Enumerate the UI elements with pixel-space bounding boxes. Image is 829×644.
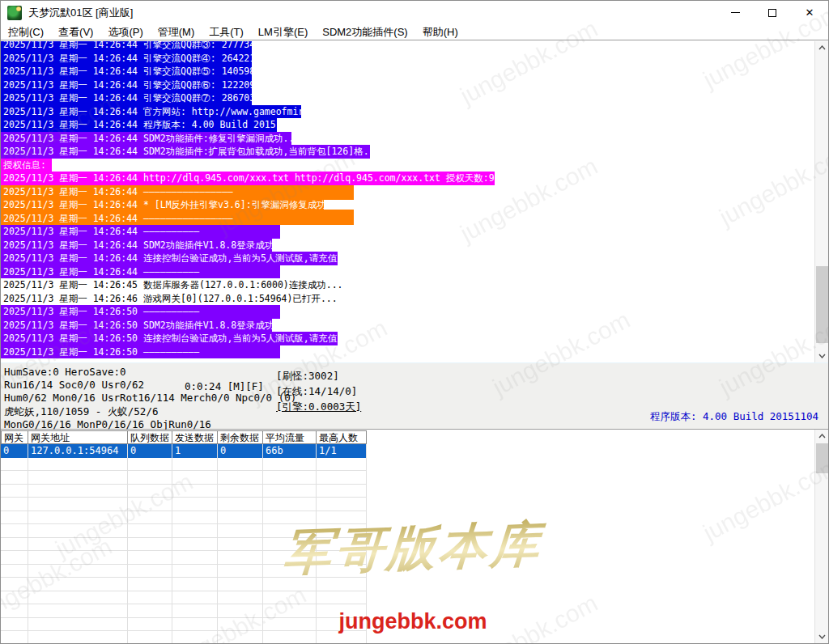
- gateway-table-grid: [1, 458, 367, 643]
- gateway-cell: 0: [1, 444, 28, 458]
- log-row[interactable]: 授权信息:: [1, 159, 814, 172]
- log-row-text: 2025/11/3 星期一 14:26:50 连接控制台验证成功,当前为5人测试…: [1, 332, 338, 345]
- menu-item-4[interactable]: 工具(T): [202, 23, 251, 41]
- gateway-cell: 127.0.0.1:54964: [28, 444, 128, 458]
- column-header-2[interactable]: 队列数据: [128, 430, 172, 444]
- log-row[interactable]: 2025/11/3 星期一 14:26:50 连接控制台验证成功,当前为5人测试…: [1, 332, 814, 345]
- log-row-text: 2025/11/3 星期一 14:26:44 SDM2功能插件:修复引擎漏洞成功…: [1, 132, 291, 146]
- log-row-text: 2025/11/3 星期一 14:26:44 引擎交流QQ群④: 2642219…: [1, 52, 252, 66]
- column-header-5[interactable]: 平均流量: [263, 430, 317, 444]
- log-row-text: 2025/11/3 星期一 14:26:44 连接控制台验证成功,当前为5人测试…: [1, 252, 338, 265]
- column-header-3[interactable]: 发送数据: [172, 430, 218, 444]
- gateway-scrollbar[interactable]: [814, 430, 828, 643]
- log-row[interactable]: 2025/11/3 星期一 14:26:44 引擎交流QQ群⑤: 1405986…: [1, 65, 814, 78]
- gateway-cell: 0: [218, 444, 263, 458]
- column-header-6[interactable]: 最高人数: [317, 430, 367, 444]
- log-row[interactable]: 2025/11/3 星期一 14:26:44 SDM2功能插件:修复引擎漏洞成功…: [1, 132, 814, 146]
- program-version: 程序版本: 4.00 Build 20151104: [650, 410, 818, 424]
- minimize-button[interactable]: [716, 1, 754, 24]
- log-row[interactable]: 2025/11/3 星期一 14:26:44 * [LM反外挂引擎v3.6]:引…: [1, 198, 814, 212]
- grid-vline: [217, 444, 218, 643]
- close-button[interactable]: ✕: [791, 1, 828, 24]
- log-view[interactable]: 2025/11/3 星期一 14:26:44 引擎交流QQ群③: 2777348…: [1, 41, 828, 362]
- grid-vline: [366, 444, 367, 643]
- menu-item-2[interactable]: 选项(P): [100, 23, 150, 41]
- log-row-text: 授权信息:: [1, 159, 52, 172]
- gateway-cell: 0: [128, 444, 172, 458]
- log-row[interactable]: 2025/11/3 星期一 14:26:44 ——————————: [1, 225, 814, 239]
- log-row[interactable]: 2025/11/3 星期一 14:26:44 引擎交流QQ群③: 2777348…: [1, 41, 814, 52]
- column-header-0[interactable]: 网关: [1, 430, 28, 444]
- column-header-1[interactable]: 网关地址: [28, 430, 128, 444]
- minimize-icon: [731, 12, 740, 13]
- log-row[interactable]: 2025/11/3 星期一 14:26:44 SDM2功能插件V1.8.8登录成…: [1, 239, 814, 252]
- log-row[interactable]: 2025/11/3 星期一 14:26:44 引擎交流QQ群⑥: 1222095…: [1, 78, 814, 92]
- scroll-up-icon[interactable]: [815, 41, 828, 54]
- app-icon: [7, 6, 22, 20]
- log-row[interactable]: 2025/11/3 星期一 14:26:44 引擎交流QQ群④: 2642219…: [1, 52, 814, 66]
- log-row-text: 2025/11/3 星期一 14:26:44 * [LM反外挂引擎v3.6]:引…: [1, 198, 354, 212]
- scroll-down-icon[interactable]: [815, 350, 828, 362]
- scroll-down-icon[interactable]: [815, 630, 828, 643]
- menu-bar: 控制(C)查看(V)选项(P)管理(M)工具(T)LM引擎(E)SDM2功能插件…: [1, 24, 828, 40]
- menu-item-7[interactable]: 帮助(H): [415, 23, 466, 41]
- log-row-white-box: [324, 200, 354, 210]
- status-counter: [刷怪:3002]: [276, 370, 339, 383]
- status-counter: [引擎:0.0003天]: [276, 400, 361, 414]
- log-row[interactable]: 2025/11/3 星期一 14:26:44 官方网站: http://www.…: [1, 105, 814, 119]
- scroll-up-icon[interactable]: [815, 430, 828, 443]
- log-scroll-thumb[interactable]: [816, 266, 828, 343]
- log-row[interactable]: 2025/11/3 星期一 14:26:44 ————————————————: [1, 185, 814, 199]
- gateway-cell: 66b: [263, 444, 317, 458]
- log-row-text: 2025/11/3 星期一 14:26:44 引擎交流QQ群③: 2777348…: [1, 41, 252, 52]
- menu-item-5[interactable]: LM引擎(E): [251, 23, 315, 41]
- log-row-text: 2025/11/3 星期一 14:26:44 SDM2功能插件V1.8.8登录成…: [1, 239, 272, 252]
- log-row[interactable]: 2025/11/3 星期一 14:26:44 ————————————————: [1, 212, 814, 226]
- close-icon: ✕: [806, 7, 814, 18]
- grid-vline: [127, 444, 128, 643]
- gateway-table-row[interactable]: 0127.0.0.1:5496401066b1/1: [1, 444, 367, 458]
- caption-buttons: ✕: [716, 1, 828, 24]
- log-row[interactable]: 2025/11/3 星期一 14:26:45 数据库服务器(127.0.0.1:…: [1, 278, 814, 292]
- log-row-text: 2025/11/3 星期一 14:26:44 官方网站: http://www.…: [1, 105, 301, 119]
- log-rows: 2025/11/3 星期一 14:26:44 引擎交流QQ群③: 2777348…: [1, 41, 814, 358]
- grid-vline: [172, 444, 172, 643]
- log-row[interactable]: 2025/11/3 星期一 14:26:46 游戏网关[0](127.0.0.1…: [1, 292, 814, 306]
- menu-item-6[interactable]: SDM2功能插件(S): [315, 23, 414, 41]
- log-row-text: 2025/11/3 星期一 14:26:44 引擎交流QQ群⑤: 1405986…: [1, 65, 252, 78]
- menu-item-3[interactable]: 管理(M): [151, 23, 202, 41]
- gateway-scroll-thumb[interactable]: [816, 443, 828, 473]
- log-row[interactable]: 2025/11/3 星期一 14:26:44 连接控制台验证成功,当前为5人测试…: [1, 252, 814, 265]
- gateway-cell: 1: [172, 444, 218, 458]
- grid-vline: [262, 444, 263, 643]
- status-line: Hum0/62 Mon0/16 UsrRot16/114 Merch0/0 Np…: [4, 392, 296, 405]
- status-panel: HumSave:0 HeroSave:0Run16/14 Soc0/0 Usr0…: [1, 362, 828, 430]
- log-row[interactable]: 2025/11/3 星期一 14:26:50 ——————————: [1, 305, 814, 319]
- log-row[interactable]: 2025/11/3 星期一 14:26:44 http://dlq.945.co…: [1, 172, 814, 185]
- window-title: 天梦沉默01区 [商业版]: [28, 6, 133, 20]
- status-line: HumSave:0 HeroSave:0: [4, 366, 296, 379]
- log-row[interactable]: 2025/11/3 星期一 14:26:44 引擎交流QQ群⑦: 2867030…: [1, 91, 814, 105]
- log-row[interactable]: 2025/11/3 星期一 14:26:50 ——————————: [1, 345, 814, 359]
- maximize-button[interactable]: [754, 1, 791, 24]
- log-row[interactable]: 2025/11/3 星期一 14:26:50 SDM2功能插件V1.8.8登录成…: [1, 319, 814, 333]
- log-row-text: 2025/11/3 星期一 14:26:50 ——————————: [1, 345, 280, 359]
- menu-item-1[interactable]: 查看(V): [51, 23, 100, 41]
- status-stats: HumSave:0 HeroSave:0Run16/14 Soc0/0 Usr0…: [4, 366, 296, 431]
- grid-vline: [28, 444, 28, 643]
- grid-vline: [316, 444, 317, 643]
- log-row-text: 2025/11/3 星期一 14:26:44 ————————————————: [1, 185, 354, 199]
- column-header-4[interactable]: 剩余数据: [218, 430, 263, 444]
- log-row[interactable]: 2025/11/3 星期一 14:26:44 ——————————: [1, 265, 814, 279]
- log-row[interactable]: 2025/11/3 星期一 14:26:44 SDM2功能插件:扩展背包加载成功…: [1, 145, 814, 159]
- maximize-icon: [768, 9, 776, 17]
- log-scrollbar[interactable]: [814, 41, 828, 362]
- log-row-text: 2025/11/3 星期一 14:26:44 SDM2功能插件:扩展背包加载成功…: [1, 145, 370, 159]
- log-row-text: 2025/11/3 星期一 14:26:44 http://dlq.945.co…: [1, 172, 495, 185]
- log-row[interactable]: 2025/11/3 星期一 14:26:44 程序版本: 4.00 Build …: [1, 118, 814, 132]
- log-row-text: 2025/11/3 星期一 14:26:50 ——————————: [1, 305, 280, 319]
- menu-item-0[interactable]: 控制(C): [1, 23, 51, 41]
- log-row-text: 2025/11/3 星期一 14:26:44 引擎交流QQ群⑦: 2867030…: [1, 91, 252, 105]
- log-row-text: 2025/11/3 星期一 14:26:44 引擎交流QQ群⑥: 1222095…: [1, 78, 252, 92]
- app-window: 天梦沉默01区 [商业版] ✕ 控制(C)查看(V)选项(P)管理(M)工具(T…: [0, 0, 829, 644]
